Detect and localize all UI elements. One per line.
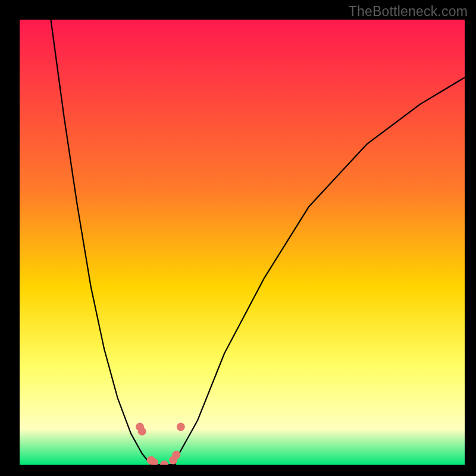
- data-point-marker: [177, 422, 185, 431]
- data-point-marker: [138, 427, 146, 436]
- plot-area: [20, 20, 465, 465]
- gradient-background: [20, 20, 465, 465]
- watermark-text: TheBottleneck.com: [349, 4, 468, 20]
- chart-svg: [20, 20, 465, 465]
- data-point-marker: [172, 451, 180, 459]
- outer-frame: TheBottleneck.com: [0, 0, 476, 476]
